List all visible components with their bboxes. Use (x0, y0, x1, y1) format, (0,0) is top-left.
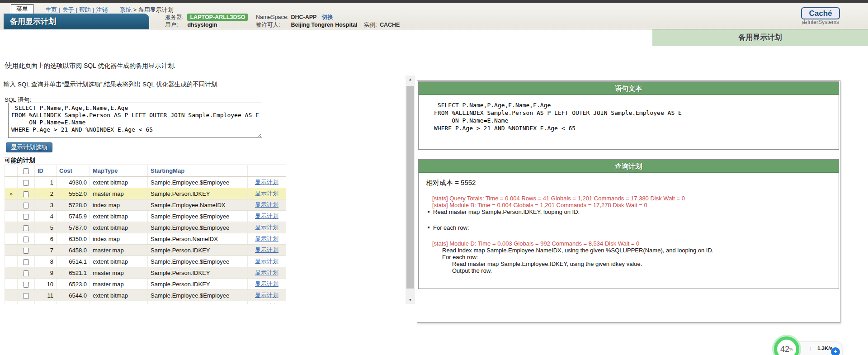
row-maptype-cell: extent bitmap (90, 256, 148, 267)
show-plan-link[interactable]: 显示计划 (255, 213, 278, 219)
scrollbar-thumb[interactable] (406, 86, 414, 289)
show-plan-link[interactable]: 显示计划 (255, 201, 278, 208)
upload-speed: 1.3K/s (817, 346, 833, 351)
nav-link-2[interactable]: 帮助 (79, 6, 91, 13)
row-checkbox-cell (18, 301, 35, 304)
page-title: 备用显示计划 (4, 14, 149, 29)
row-checkbox[interactable] (23, 214, 29, 220)
row-checkbox[interactable] (23, 237, 29, 242)
show-plan-link[interactable]: 显示计划 (255, 269, 278, 276)
row-checkbox-cell (18, 245, 35, 256)
row-checkbox[interactable] (23, 180, 29, 186)
row-action-cell: 显示计划 (248, 233, 286, 245)
row-cost-cell: 6514.1 (57, 256, 90, 267)
row-action-cell: 显示计划 (248, 301, 286, 304)
show-plan-link[interactable]: 显示计划 (255, 303, 278, 304)
row-id-cell: 9 (35, 267, 57, 279)
plan-line-gap (425, 215, 832, 224)
app-header: 菜单 主页|关于|帮助|注销 系统 > 备用显示计划 备用显示计划 服务器: L… (0, 3, 868, 29)
intro-text-1: 使用此页面上的选项以审阅 SQL 优化器生成的备用显示计划. (5, 60, 175, 71)
row-checkbox[interactable] (23, 293, 29, 299)
row-id-cell: 12 (35, 301, 57, 304)
show-plan-link[interactable]: 显示计划 (255, 224, 278, 231)
row-action-cell: 显示计划 (248, 222, 286, 233)
row-checkbox-cell (18, 233, 35, 245)
column-header-cost[interactable]: Cost (57, 165, 90, 177)
cache-brand-button[interactable]: Caché (801, 7, 840, 19)
show-plan-link[interactable]: 显示计划 (255, 258, 278, 265)
row-id-cell: 11 (35, 290, 57, 301)
row-startingmap-cell: Sample.Person.IDKEY (148, 279, 248, 290)
row-startingmap-cell: Sample.Employee.$Employee (148, 211, 248, 222)
column-header-startingmap[interactable]: StartingMap (148, 165, 248, 177)
row-startingmap-cell: Sample.Employee.$Employee (148, 290, 248, 301)
add-button[interactable]: + (831, 347, 840, 355)
nav-separator: | (91, 6, 96, 13)
menu-button[interactable]: 菜单 (11, 4, 33, 14)
sql-statement-input[interactable]: SELECT P.Name,P.Age,E.Name,E.Age FROM %A… (8, 103, 262, 138)
row-startingmap-cell: Sample.Person.IDKEY (148, 188, 248, 199)
row-checkbox-cell (18, 256, 35, 267)
row-checkbox-cell (18, 222, 35, 233)
row-selector-cell (5, 222, 18, 233)
user-label: 用户: (165, 21, 186, 29)
nav-link-1[interactable]: 关于 (62, 6, 74, 13)
scroll-up-arrow-icon[interactable]: ▲ (406, 76, 415, 83)
row-id-cell: 2 (35, 188, 57, 199)
row-action-cell: 显示计划 (248, 245, 286, 256)
row-checkbox-cell (18, 267, 35, 279)
row-checkbox-cell (18, 188, 35, 199)
selector-column-header (5, 165, 18, 177)
show-plan-link[interactable]: 显示计划 (255, 246, 278, 253)
row-maptype-cell: extent bitmap (90, 301, 148, 304)
nav-separator: | (57, 6, 62, 13)
select-all-checkbox[interactable] (23, 168, 29, 174)
row-id-cell: 3 (35, 199, 57, 211)
breadcrumb-link-system[interactable]: 系统 (120, 6, 132, 13)
show-plan-link[interactable]: 显示计划 (255, 280, 278, 287)
table-row: 35728.0index mapSample.Employee.NameIDX显… (5, 199, 286, 211)
left-pane-scrollbar[interactable]: ▲ ▼ (406, 76, 415, 304)
row-checkbox[interactable] (23, 282, 29, 288)
row-cost-cell: 5552.0 (57, 188, 90, 199)
row-checkbox-cell (18, 279, 35, 290)
query-plan-header: 查询计划 (419, 160, 839, 173)
show-plan-link[interactable]: 显示计划 (255, 292, 278, 298)
column-header-id[interactable]: ID (35, 165, 57, 177)
row-checkbox[interactable] (23, 191, 29, 197)
nav-link-3[interactable]: 注销 (96, 6, 108, 13)
scroll-down-arrow-icon[interactable]: ▼ (406, 296, 415, 304)
plans-table-body: 14930.0extent bitmapSample.Employee.$Emp… (5, 177, 286, 304)
plan-line: Read index map Sample.Employee.NameIDX, … (442, 247, 832, 254)
plan-lines: [stats] Query Totals: Time = 0.004 Rows … (425, 195, 832, 274)
table-row: 116544.0extent bitmapSample.Employee.$Em… (5, 290, 286, 301)
tab-alternate-show-plans: 备用显示计划 (652, 29, 868, 46)
statement-text-header: 语句文本 (419, 82, 839, 95)
plan-line: Read master map Sample.Person.IDKEY, loo… (428, 208, 832, 215)
nav-link-0[interactable]: 主页 (45, 6, 57, 13)
row-checkbox[interactable] (23, 248, 29, 254)
row-id-cell: 10 (35, 279, 57, 290)
row-startingmap-cell: Sample.Employee.$Employee (148, 222, 248, 233)
row-checkbox[interactable] (23, 203, 29, 208)
table-row: 45745.9extent bitmapSample.Employee.$Emp… (5, 211, 286, 222)
namespace-switch-link[interactable]: 切换 (322, 14, 333, 20)
row-checkbox[interactable] (23, 270, 29, 276)
row-checkbox-cell (18, 211, 35, 222)
column-header-maptype[interactable]: MapType (90, 165, 148, 177)
gauge-percent-unit: % (789, 347, 793, 351)
show-plan-link[interactable]: 显示计划 (255, 190, 278, 197)
row-checkbox[interactable] (23, 259, 29, 265)
row-cost-cell: 5787.0 (57, 222, 90, 233)
row-checkbox[interactable] (23, 225, 29, 231)
row-action-cell: 显示计划 (248, 290, 286, 301)
show-plan-link[interactable]: 显示计划 (255, 179, 278, 185)
percent-gauge[interactable]: 42 % (774, 336, 799, 355)
show-plan-options-button[interactable]: 显示计划选项 (6, 142, 52, 152)
table-row: 106523.0master mapSample.Person.IDKEY显示计… (5, 279, 286, 290)
row-id-cell: 7 (35, 245, 57, 256)
show-plan-link[interactable]: 显示计划 (255, 235, 278, 242)
plan-line: [stats] Module D: Time = 0.003 Globals =… (432, 240, 832, 247)
plan-line: For each row: (442, 254, 832, 260)
table-row: »25552.0master mapSample.Person.IDKEY显示计… (5, 188, 286, 199)
